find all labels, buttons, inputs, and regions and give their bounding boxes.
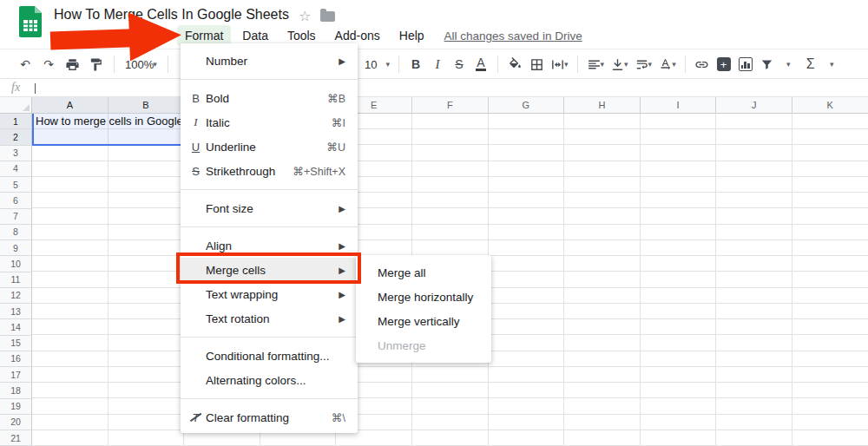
submenu-item-merge-vertically[interactable]: Merge vertically	[356, 309, 491, 333]
menu-item-clear-formatting[interactable]: TClear formatting⌘\	[181, 405, 358, 430]
row-header-14[interactable]: 14	[0, 319, 32, 335]
row-header-4[interactable]: 4	[0, 161, 32, 177]
text-color-icon[interactable]: A	[476, 57, 485, 71]
menubar-item-help[interactable]: Help	[391, 25, 432, 46]
bold-icon[interactable]: B	[408, 54, 424, 75]
submenu-item-merge-horizontally[interactable]: Merge horizontally	[356, 285, 491, 309]
column-header-K[interactable]: K	[792, 97, 868, 114]
column-header-J[interactable]: J	[716, 97, 792, 114]
google-sheets-logo-icon[interactable]	[19, 6, 42, 37]
row-header-13[interactable]: 13	[0, 304, 32, 319]
submenu-arrow-icon: ▶	[339, 314, 345, 324]
row-header-21[interactable]: 21	[0, 430, 32, 446]
row-header-6[interactable]: 6	[0, 193, 32, 208]
row-header-19[interactable]: 19	[0, 399, 32, 415]
menu-divider	[181, 189, 358, 190]
formula-bar[interactable]: fx	[0, 80, 868, 97]
column-header-H[interactable]: H	[564, 97, 641, 114]
row-header-15[interactable]: 15	[0, 336, 32, 351]
menu-item-text-wrapping[interactable]: Text wrapping▶	[181, 282, 358, 306]
star-icon[interactable]: ☆	[299, 8, 311, 24]
row-header-8[interactable]: 8	[0, 225, 32, 240]
menu-item-text-rotation[interactable]: Text rotation▶	[181, 306, 358, 331]
fill-color-icon[interactable]	[507, 54, 523, 75]
insert-link-icon[interactable]	[694, 54, 710, 75]
row-header-11[interactable]: 11	[0, 272, 32, 288]
menu-item-strikethrough[interactable]: SStrikethrough⌘+Shift+X	[181, 159, 358, 183]
menu-item-conditional-formatting[interactable]: Conditional formatting...	[181, 344, 358, 368]
document-title[interactable]: How To Merge Cells In Google Sheets	[54, 7, 289, 23]
menu-divider	[181, 337, 358, 338]
print-icon[interactable]	[64, 54, 80, 75]
menu-item-label: Number	[206, 55, 332, 68]
menu-item-underline[interactable]: UUnderline⌘U	[181, 134, 358, 159]
vertical-align-icon[interactable]: ▾	[610, 54, 628, 75]
saved-status-link[interactable]: All changes saved in Drive	[444, 30, 582, 43]
chevron-down-icon[interactable]: ▾	[786, 60, 791, 69]
menu-item-label: Conditional formatting...	[206, 350, 345, 363]
row-header-1[interactable]: 1	[0, 114, 32, 129]
borders-icon[interactable]	[529, 54, 544, 75]
zoom-select[interactable]: 100%▾	[125, 54, 157, 75]
menu-item-label: Clear formatting	[206, 411, 332, 424]
redo-icon[interactable]: ↷	[41, 54, 56, 75]
row-header-5[interactable]: 5	[0, 177, 32, 193]
undo-icon[interactable]: ↶	[17, 54, 33, 75]
row-header-7[interactable]: 7	[0, 209, 32, 225]
chevron-down-icon: ▾	[601, 60, 605, 69]
format-menu: Number▶BBold⌘BIItalic⌘IUUnderline⌘USStri…	[181, 43, 358, 433]
menu-item-shortcut: ⌘B	[327, 92, 345, 105]
submenu-arrow-icon: ▶	[339, 241, 345, 251]
filter-icon[interactable]	[760, 54, 775, 75]
row-header-3[interactable]: 3	[0, 146, 32, 161]
row-header-18[interactable]: 18	[0, 383, 32, 398]
chevron-down-icon: ▾	[624, 60, 628, 69]
chevron-down-icon[interactable]: ▾	[830, 60, 834, 69]
column-header-A[interactable]: A	[32, 97, 108, 114]
strikethrough-icon: S	[188, 165, 203, 178]
toolbar-separator	[398, 56, 399, 73]
row-header-20[interactable]: 20	[0, 415, 32, 430]
column-header-G[interactable]: G	[489, 97, 565, 114]
row-header-9[interactable]: 9	[0, 240, 32, 256]
column-header-F[interactable]: F	[412, 97, 489, 114]
menu-item-bold[interactable]: BBold⌘B	[181, 86, 358, 110]
insert-chart-icon[interactable]	[738, 54, 753, 75]
paint-format-icon[interactable]	[88, 54, 103, 75]
chevron-down-icon: ▾	[672, 60, 676, 69]
row-header-16[interactable]: 16	[0, 351, 32, 367]
select-all-corner[interactable]	[0, 97, 32, 114]
text-rotation-icon[interactable]: ▾	[658, 54, 676, 75]
submenu-arrow-icon: ▶	[339, 204, 345, 213]
row-header-12[interactable]: 12	[0, 288, 32, 304]
app-header: How To Merge Cells In Google Sheets ☆ Fo…	[0, 0, 868, 49]
toolbar-separator	[577, 56, 578, 73]
menu-item-shortcut: ⌘\	[332, 411, 345, 424]
toolbar: ↶ ↷ 100%▾ $ 10▾ B I S A ▾	[0, 49, 868, 79]
move-to-folder-icon[interactable]	[320, 11, 335, 22]
merge-cells-icon[interactable]: ▾	[550, 54, 569, 75]
toolbar-separator	[497, 56, 498, 73]
menu-item-font-size[interactable]: Font size▶	[181, 196, 358, 220]
row-header-10[interactable]: 10	[0, 256, 32, 272]
insert-comment-icon[interactable]: +	[716, 54, 732, 75]
italic-icon[interactable]: I	[430, 54, 445, 75]
annotation-highlight-box	[176, 253, 361, 284]
fx-label: fx	[11, 81, 20, 95]
font-size-select[interactable]: 10▾	[365, 54, 390, 75]
row-header-2[interactable]: 2	[0, 129, 32, 145]
menu-item-number[interactable]: Number▶	[181, 49, 358, 73]
horizontal-align-icon[interactable]: ▾	[587, 54, 605, 75]
menu-item-alternating-colors[interactable]: Alternating colors...	[181, 368, 358, 392]
toolbar-separator	[685, 56, 686, 73]
row-header-17[interactable]: 17	[0, 367, 32, 383]
submenu-item-merge-all[interactable]: Merge all	[356, 260, 491, 285]
menu-item-shortcut: ⌘+Shift+X	[293, 165, 345, 178]
column-header-B[interactable]: B	[108, 97, 185, 114]
text-wrapping-icon[interactable]: ▾	[635, 54, 653, 75]
toolbar-separator	[168, 56, 168, 73]
menu-item-italic[interactable]: IItalic⌘I	[181, 110, 358, 134]
column-header-I[interactable]: I	[641, 97, 717, 114]
strikethrough-icon[interactable]: S	[451, 54, 467, 75]
functions-icon[interactable]: Σ	[803, 54, 819, 75]
